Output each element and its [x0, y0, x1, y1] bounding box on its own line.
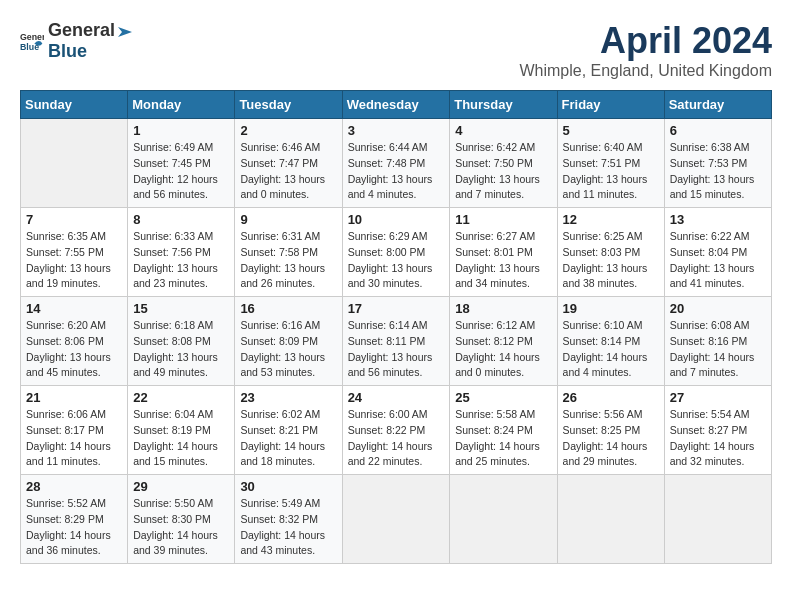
day-number: 25	[455, 390, 551, 405]
calendar-cell: 17Sunrise: 6:14 AM Sunset: 8:11 PM Dayli…	[342, 297, 450, 386]
calendar-cell: 23Sunrise: 6:02 AM Sunset: 8:21 PM Dayli…	[235, 386, 342, 475]
calendar-cell	[557, 475, 664, 564]
calendar-week-row: 1Sunrise: 6:49 AM Sunset: 7:45 PM Daylig…	[21, 119, 772, 208]
calendar-week-row: 28Sunrise: 5:52 AM Sunset: 8:29 PM Dayli…	[21, 475, 772, 564]
day-detail: Sunrise: 6:04 AM Sunset: 8:19 PM Dayligh…	[133, 407, 229, 470]
calendar-cell	[21, 119, 128, 208]
col-header-thursday: Thursday	[450, 91, 557, 119]
day-number: 29	[133, 479, 229, 494]
day-number: 23	[240, 390, 336, 405]
calendar-cell: 1Sunrise: 6:49 AM Sunset: 7:45 PM Daylig…	[128, 119, 235, 208]
day-detail: Sunrise: 6:16 AM Sunset: 8:09 PM Dayligh…	[240, 318, 336, 381]
calendar-cell: 2Sunrise: 6:46 AM Sunset: 7:47 PM Daylig…	[235, 119, 342, 208]
calendar-cell: 29Sunrise: 5:50 AM Sunset: 8:30 PM Dayli…	[128, 475, 235, 564]
calendar-cell: 22Sunrise: 6:04 AM Sunset: 8:19 PM Dayli…	[128, 386, 235, 475]
calendar-cell: 30Sunrise: 5:49 AM Sunset: 8:32 PM Dayli…	[235, 475, 342, 564]
calendar-cell: 19Sunrise: 6:10 AM Sunset: 8:14 PM Dayli…	[557, 297, 664, 386]
calendar-cell: 7Sunrise: 6:35 AM Sunset: 7:55 PM Daylig…	[21, 208, 128, 297]
day-number: 28	[26, 479, 122, 494]
calendar-cell: 13Sunrise: 6:22 AM Sunset: 8:04 PM Dayli…	[664, 208, 771, 297]
day-detail: Sunrise: 6:35 AM Sunset: 7:55 PM Dayligh…	[26, 229, 122, 292]
calendar-cell: 11Sunrise: 6:27 AM Sunset: 8:01 PM Dayli…	[450, 208, 557, 297]
svg-text:Blue: Blue	[20, 42, 39, 52]
day-detail: Sunrise: 6:14 AM Sunset: 8:11 PM Dayligh…	[348, 318, 445, 381]
col-header-tuesday: Tuesday	[235, 91, 342, 119]
day-number: 24	[348, 390, 445, 405]
calendar-cell: 4Sunrise: 6:42 AM Sunset: 7:50 PM Daylig…	[450, 119, 557, 208]
col-header-monday: Monday	[128, 91, 235, 119]
calendar-cell: 24Sunrise: 6:00 AM Sunset: 8:22 PM Dayli…	[342, 386, 450, 475]
main-title: April 2024	[519, 20, 772, 62]
day-number: 21	[26, 390, 122, 405]
calendar-cell: 18Sunrise: 6:12 AM Sunset: 8:12 PM Dayli…	[450, 297, 557, 386]
logo-icon: General Blue	[20, 29, 44, 53]
day-detail: Sunrise: 5:50 AM Sunset: 8:30 PM Dayligh…	[133, 496, 229, 559]
calendar-cell: 6Sunrise: 6:38 AM Sunset: 7:53 PM Daylig…	[664, 119, 771, 208]
day-number: 19	[563, 301, 659, 316]
svg-marker-2	[118, 27, 132, 37]
calendar-cell	[342, 475, 450, 564]
calendar-cell: 26Sunrise: 5:56 AM Sunset: 8:25 PM Dayli…	[557, 386, 664, 475]
day-number: 10	[348, 212, 445, 227]
day-detail: Sunrise: 6:44 AM Sunset: 7:48 PM Dayligh…	[348, 140, 445, 203]
day-detail: Sunrise: 6:12 AM Sunset: 8:12 PM Dayligh…	[455, 318, 551, 381]
col-header-sunday: Sunday	[21, 91, 128, 119]
calendar-cell: 20Sunrise: 6:08 AM Sunset: 8:16 PM Dayli…	[664, 297, 771, 386]
calendar-cell: 9Sunrise: 6:31 AM Sunset: 7:58 PM Daylig…	[235, 208, 342, 297]
day-detail: Sunrise: 6:46 AM Sunset: 7:47 PM Dayligh…	[240, 140, 336, 203]
logo-general: General	[48, 20, 115, 40]
calendar-cell: 3Sunrise: 6:44 AM Sunset: 7:48 PM Daylig…	[342, 119, 450, 208]
day-detail: Sunrise: 6:22 AM Sunset: 8:04 PM Dayligh…	[670, 229, 766, 292]
day-number: 6	[670, 123, 766, 138]
day-detail: Sunrise: 6:33 AM Sunset: 7:56 PM Dayligh…	[133, 229, 229, 292]
day-detail: Sunrise: 6:38 AM Sunset: 7:53 PM Dayligh…	[670, 140, 766, 203]
title-area: April 2024 Whimple, England, United King…	[519, 20, 772, 80]
day-number: 11	[455, 212, 551, 227]
calendar-cell: 8Sunrise: 6:33 AM Sunset: 7:56 PM Daylig…	[128, 208, 235, 297]
day-number: 12	[563, 212, 659, 227]
calendar-cell: 15Sunrise: 6:18 AM Sunset: 8:08 PM Dayli…	[128, 297, 235, 386]
day-number: 7	[26, 212, 122, 227]
calendar-cell: 27Sunrise: 5:54 AM Sunset: 8:27 PM Dayli…	[664, 386, 771, 475]
calendar-header-row: SundayMondayTuesdayWednesdayThursdayFrid…	[21, 91, 772, 119]
day-detail: Sunrise: 5:49 AM Sunset: 8:32 PM Dayligh…	[240, 496, 336, 559]
day-detail: Sunrise: 5:58 AM Sunset: 8:24 PM Dayligh…	[455, 407, 551, 470]
day-number: 9	[240, 212, 336, 227]
calendar-table: SundayMondayTuesdayWednesdayThursdayFrid…	[20, 90, 772, 564]
day-number: 15	[133, 301, 229, 316]
day-number: 1	[133, 123, 229, 138]
col-header-wednesday: Wednesday	[342, 91, 450, 119]
calendar-cell: 5Sunrise: 6:40 AM Sunset: 7:51 PM Daylig…	[557, 119, 664, 208]
day-number: 14	[26, 301, 122, 316]
day-detail: Sunrise: 6:00 AM Sunset: 8:22 PM Dayligh…	[348, 407, 445, 470]
day-number: 22	[133, 390, 229, 405]
day-number: 17	[348, 301, 445, 316]
day-detail: Sunrise: 6:29 AM Sunset: 8:00 PM Dayligh…	[348, 229, 445, 292]
day-number: 30	[240, 479, 336, 494]
calendar-cell: 14Sunrise: 6:20 AM Sunset: 8:06 PM Dayli…	[21, 297, 128, 386]
day-detail: Sunrise: 5:52 AM Sunset: 8:29 PM Dayligh…	[26, 496, 122, 559]
calendar-cell: 16Sunrise: 6:16 AM Sunset: 8:09 PM Dayli…	[235, 297, 342, 386]
day-number: 26	[563, 390, 659, 405]
day-detail: Sunrise: 6:27 AM Sunset: 8:01 PM Dayligh…	[455, 229, 551, 292]
day-detail: Sunrise: 6:02 AM Sunset: 8:21 PM Dayligh…	[240, 407, 336, 470]
day-detail: Sunrise: 5:56 AM Sunset: 8:25 PM Dayligh…	[563, 407, 659, 470]
col-header-friday: Friday	[557, 91, 664, 119]
day-detail: Sunrise: 6:18 AM Sunset: 8:08 PM Dayligh…	[133, 318, 229, 381]
calendar-cell	[450, 475, 557, 564]
calendar-week-row: 7Sunrise: 6:35 AM Sunset: 7:55 PM Daylig…	[21, 208, 772, 297]
logo-arrow-icon	[116, 23, 134, 41]
day-number: 5	[563, 123, 659, 138]
day-detail: Sunrise: 6:06 AM Sunset: 8:17 PM Dayligh…	[26, 407, 122, 470]
calendar-cell: 12Sunrise: 6:25 AM Sunset: 8:03 PM Dayli…	[557, 208, 664, 297]
day-detail: Sunrise: 6:10 AM Sunset: 8:14 PM Dayligh…	[563, 318, 659, 381]
col-header-saturday: Saturday	[664, 91, 771, 119]
calendar-week-row: 21Sunrise: 6:06 AM Sunset: 8:17 PM Dayli…	[21, 386, 772, 475]
day-number: 8	[133, 212, 229, 227]
calendar-cell	[664, 475, 771, 564]
day-number: 20	[670, 301, 766, 316]
calendar-week-row: 14Sunrise: 6:20 AM Sunset: 8:06 PM Dayli…	[21, 297, 772, 386]
day-number: 18	[455, 301, 551, 316]
subtitle: Whimple, England, United Kingdom	[519, 62, 772, 80]
calendar-cell: 10Sunrise: 6:29 AM Sunset: 8:00 PM Dayli…	[342, 208, 450, 297]
